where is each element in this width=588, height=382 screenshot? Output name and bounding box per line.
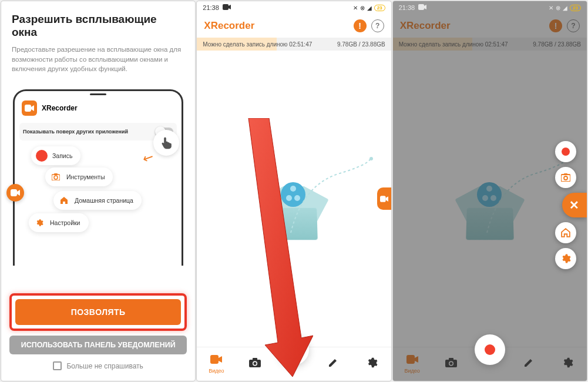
permission-title: Разрешить всплывающие окна bbox=[12, 13, 184, 39]
float-screenshot-button[interactable] bbox=[555, 167, 576, 188]
float-home-button[interactable] bbox=[555, 222, 576, 243]
screen-permission-prompt: Разрешить всплывающие окна Предоставьте … bbox=[1, 1, 196, 381]
app-name-label: XRecorder bbox=[42, 104, 78, 112]
phone-mockup: XRecorder Показывать поверх других прило… bbox=[13, 89, 183, 266]
svg-rect-13 bbox=[418, 4, 424, 10]
use-notification-panel-button[interactable]: ИСПОЛЬЗОВАТЬ ПАНЕЛЬ УВЕДОМЛЕНИЙ bbox=[9, 336, 187, 354]
screen-app-main: 21:38 ✕ ⊗ ◢ 23 XRecorder ! ? Можно сдела… bbox=[196, 1, 391, 381]
float-record-button[interactable] bbox=[555, 141, 576, 162]
permission-description: Предоставьте разрешение на всплывающие о… bbox=[12, 45, 184, 74]
storage-info-bar: Можно сделать запись длиною 02:51:47 9.7… bbox=[393, 38, 587, 51]
bottom-navigation: Видео bbox=[393, 347, 587, 381]
float-settings-button[interactable] bbox=[555, 248, 576, 269]
app-header: XRecorder ! ? bbox=[197, 14, 391, 38]
allow-button[interactable]: ПОЗВОЛЯТЬ bbox=[15, 299, 181, 325]
help-icon[interactable]: ? bbox=[371, 19, 384, 32]
alert-icon[interactable]: ! bbox=[354, 19, 367, 32]
svg-rect-22 bbox=[564, 173, 567, 175]
overlay-permission-label: Показывать поверх других приложений bbox=[23, 129, 128, 135]
svg-rect-19 bbox=[449, 358, 453, 360]
svg-rect-15 bbox=[406, 355, 415, 364]
storage-size-label: 9.78GB / 23.88GB bbox=[533, 41, 581, 48]
bubble-home: Домашняя страница bbox=[53, 191, 142, 210]
status-bar: 21:38 ✕ ⊗ ◢ 23 bbox=[393, 1, 587, 14]
edit-icon bbox=[523, 357, 534, 371]
floating-camera-icon bbox=[6, 184, 24, 202]
settings-icon bbox=[562, 357, 573, 371]
nav-edit-tab[interactable] bbox=[514, 357, 543, 371]
svg-rect-0 bbox=[25, 105, 31, 112]
xrecorder-app-icon bbox=[22, 100, 37, 116]
settings-icon bbox=[366, 357, 378, 371]
dnd-icon: ✕ bbox=[353, 5, 358, 11]
svg-point-18 bbox=[449, 362, 452, 365]
recording-duration-label: Можно сделать запись длиною 02:51:47 bbox=[203, 41, 312, 48]
svg-rect-8 bbox=[210, 355, 219, 364]
svg-point-3 bbox=[54, 176, 58, 179]
dont-ask-checkbox[interactable] bbox=[53, 361, 62, 370]
floating-bubble-tab[interactable] bbox=[377, 187, 391, 210]
nav-settings-tab[interactable] bbox=[553, 357, 582, 371]
dnd-icon: ✕ bbox=[549, 5, 553, 11]
storage-info-bar: Можно сделать запись длиною 02:51:47 9.7… bbox=[197, 38, 391, 51]
bubble-settings: Настройки bbox=[29, 213, 89, 232]
svg-rect-7 bbox=[380, 196, 386, 202]
nav-settings-tab[interactable] bbox=[357, 357, 387, 371]
curved-arrow-icon: ↙ bbox=[140, 148, 156, 166]
svg-rect-1 bbox=[11, 189, 17, 196]
signal-icon: ◢ bbox=[563, 5, 567, 11]
xrecorder-logo: XRecorder bbox=[204, 20, 254, 32]
screen-floating-menu: 21:38 ✕ ⊗ ◢ 23 XRecorder ! ? Можно сдела… bbox=[392, 1, 587, 381]
recording-duration-label: Можно сделать запись длиною 02:51:47 bbox=[399, 41, 508, 48]
floating-action-menu: ✕ bbox=[555, 141, 587, 269]
storage-size-label: 9.78GB / 23.88GB bbox=[337, 41, 385, 48]
x-status-icon: ⊗ bbox=[360, 5, 365, 11]
svg-rect-20 bbox=[561, 175, 570, 182]
nav-edit-tab[interactable] bbox=[318, 357, 348, 371]
svg-point-6 bbox=[369, 157, 373, 160]
svg-rect-4 bbox=[54, 173, 58, 175]
status-bar: 21:38 ✕ ⊗ ◢ 23 bbox=[197, 1, 391, 14]
video-indicator-icon bbox=[418, 4, 426, 11]
status-time: 21:38 bbox=[203, 4, 219, 11]
battery-indicator: 23 bbox=[374, 5, 385, 11]
svg-point-21 bbox=[564, 176, 567, 180]
video-indicator-icon bbox=[223, 4, 231, 11]
svg-rect-5 bbox=[223, 4, 229, 10]
signal-icon: ◢ bbox=[367, 5, 372, 11]
bubble-record: Запись bbox=[31, 146, 80, 165]
allow-button-highlight: ПОЗВОЛЯТЬ bbox=[9, 293, 187, 331]
dont-ask-label: Больше не спрашивать bbox=[66, 362, 143, 370]
battery-indicator: 23 bbox=[570, 5, 581, 11]
camera-icon bbox=[445, 358, 457, 370]
edit-icon bbox=[328, 357, 338, 371]
nav-video-tab[interactable]: Видео bbox=[201, 354, 231, 374]
xrecorder-logo: XRecorder bbox=[400, 20, 451, 32]
help-icon[interactable]: ? bbox=[567, 19, 580, 32]
alert-icon[interactable]: ! bbox=[549, 19, 562, 32]
nav-video-tab[interactable]: Видео bbox=[398, 354, 427, 374]
app-header: XRecorder ! ? bbox=[393, 14, 587, 38]
status-time: 21:38 bbox=[399, 4, 415, 11]
x-status-icon: ⊗ bbox=[556, 5, 560, 11]
red-arrow-annotation bbox=[237, 118, 313, 377]
record-button[interactable] bbox=[475, 334, 505, 365]
nav-photo-tab[interactable] bbox=[436, 358, 466, 370]
video-icon bbox=[210, 354, 222, 367]
video-icon bbox=[406, 354, 418, 367]
bubble-tools: Инструменты bbox=[45, 167, 113, 186]
float-close-button[interactable]: ✕ bbox=[562, 193, 587, 217]
